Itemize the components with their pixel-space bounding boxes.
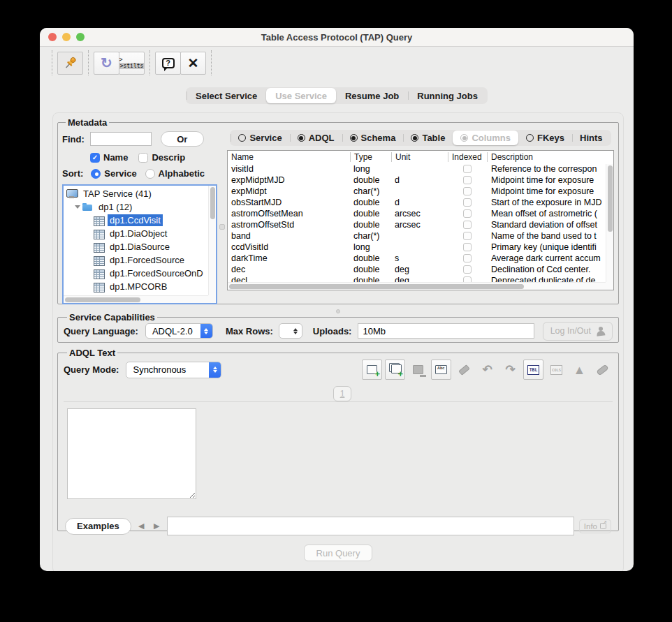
indexed-checkbox[interactable] [463, 243, 472, 251]
table-row[interactable]: obsStartMJD double d Start of the exposu… [228, 197, 613, 208]
table-row[interactable]: darkTime double s Average dark current a… [228, 253, 613, 264]
indexed-checkbox[interactable] [463, 254, 472, 262]
login-button[interactable]: Log In/Out [543, 322, 613, 341]
main-tab[interactable]: Resume Job [336, 88, 408, 103]
next-example-button[interactable]: ▶ [152, 520, 162, 533]
examples-button[interactable]: Examples [65, 518, 131, 535]
metadata-splitter[interactable] [217, 128, 227, 299]
scrollbar-thumb[interactable] [210, 187, 215, 219]
table-row[interactable]: dec double deg Declination of Ccd center… [228, 264, 613, 275]
max-rows-spinner[interactable] [279, 323, 302, 339]
run-query-button[interactable]: Run Query [304, 545, 373, 561]
table-row[interactable]: visitId long Reference to the correspon [228, 163, 613, 175]
view-tab[interactable]: Table [403, 131, 453, 145]
tree-item[interactable]: TAP Service (41) [64, 187, 216, 200]
query-sheet-tab[interactable]: 1 [333, 386, 351, 401]
tree-item[interactable]: dp1.ForcedSourceOnD [64, 267, 216, 280]
minimize-window-button[interactable] [62, 33, 71, 41]
scrollbar-thumb[interactable] [65, 297, 140, 302]
table-row[interactable]: expMidptMJD double d Midpoint time for e… [228, 175, 613, 186]
view-tab[interactable]: Hints [572, 131, 611, 145]
tree-item[interactable]: dp1.DiaObject [64, 227, 216, 240]
chevron-down-icon[interactable] [73, 205, 82, 209]
scrollbar-thumb[interactable] [229, 284, 524, 289]
tree-item[interactable]: dp1 (12) [64, 200, 216, 214]
adql-tool-button[interactable] [592, 360, 613, 380]
filter-checkbox[interactable]: Name [90, 152, 128, 163]
reload-metadata-button[interactable]: ↻ [94, 52, 119, 75]
adql-tool-button[interactable]: TBL [523, 360, 543, 380]
or-button[interactable]: Or [161, 131, 204, 147]
splitter-knob[interactable] [336, 309, 340, 313]
filter-checkbox[interactable]: Descrip [138, 152, 185, 163]
indexed-checkbox[interactable] [463, 165, 472, 173]
column-header[interactable]: Indexed [448, 152, 487, 162]
adql-tool-button[interactable]: ↷ [500, 360, 520, 380]
table-row[interactable]: expMidpt char(*) Midpoint time for expos… [228, 186, 613, 197]
sort-radio[interactable]: Alphabetic [145, 168, 205, 179]
adql-tool-button[interactable]: + [385, 360, 405, 380]
columns-table[interactable]: Name Type Unit Indexed Description visit… [227, 150, 614, 290]
main-tab[interactable]: Running Jobs [408, 88, 487, 103]
column-header[interactable]: Name [228, 152, 350, 162]
query-language-select[interactable]: ADQL-2.0 [145, 323, 213, 339]
checkbox-icon[interactable] [138, 153, 148, 163]
adql-tool-button[interactable] [454, 360, 474, 380]
adql-tool-button[interactable]: + [362, 360, 382, 380]
radio-icon[interactable] [91, 169, 101, 179]
view-tab[interactable]: Schema [342, 131, 404, 145]
column-header[interactable]: Type [350, 152, 391, 162]
query-mode-select[interactable]: Synchronous [126, 362, 221, 378]
example-field[interactable] [167, 517, 574, 535]
table-row[interactable]: astromOffsetMean double arcsec Mean offs… [228, 208, 613, 219]
table-row[interactable]: astromOffsetStd double arcsec Standard d… [228, 219, 613, 230]
adql-editor[interactable] [67, 408, 196, 499]
tree-item[interactable]: dp1.ForcedSource [64, 253, 216, 267]
adql-tool-button[interactable]: Abc [431, 360, 451, 380]
scrollbar-thumb[interactable] [608, 165, 613, 232]
table-row[interactable]: band char(*) Name of the band used to t [228, 230, 613, 242]
pin-window-button[interactable] [57, 52, 83, 75]
indexed-checkbox[interactable] [463, 198, 472, 207]
adql-tool-button[interactable]: COLS [546, 360, 567, 380]
indexed-checkbox[interactable] [463, 221, 472, 229]
tree-item[interactable]: dp1.CcdVisit [64, 214, 216, 227]
close-dialog-button[interactable]: ✕ [180, 52, 206, 75]
tree-item[interactable]: dp1.MPCORB [64, 280, 216, 293]
view-tab[interactable]: ADQL [290, 131, 342, 145]
indexed-checkbox[interactable] [463, 265, 472, 274]
splitter-knob[interactable] [219, 224, 225, 230]
main-tab[interactable]: Select Service [187, 88, 266, 103]
table-horizontal-scrollbar[interactable] [228, 282, 606, 290]
column-header[interactable]: Unit [391, 152, 448, 162]
view-tab[interactable]: Columns [453, 131, 518, 145]
main-tab[interactable]: Use Service [266, 88, 336, 103]
column-header[interactable]: Description [487, 152, 613, 162]
radio-icon[interactable] [145, 169, 155, 179]
sort-radio[interactable]: Service [91, 168, 136, 179]
table-vertical-scrollbar[interactable] [606, 164, 613, 282]
info-button[interactable]: Info [579, 519, 611, 533]
view-tab[interactable]: FKeys [518, 131, 572, 145]
indexed-checkbox[interactable] [463, 232, 472, 240]
adql-tool-button[interactable]: ▲ [569, 360, 590, 380]
indexed-checkbox[interactable] [463, 209, 472, 218]
tree-vertical-scrollbar[interactable] [208, 186, 216, 295]
adql-tool-button[interactable] [408, 360, 428, 380]
title-bar[interactable]: Table Access Protocol (TAP) Query [40, 28, 634, 47]
find-input[interactable] [90, 132, 152, 146]
indexed-checkbox[interactable] [463, 187, 472, 195]
stilts-command-button[interactable]: > >stilts [119, 52, 145, 75]
checkbox-icon[interactable] [90, 153, 100, 163]
help-button[interactable]: ? [155, 52, 181, 75]
table-row[interactable]: ccdVisitId long Primary key (unique iden… [228, 242, 613, 253]
tree-item[interactable]: dp1.DiaSource [64, 240, 216, 253]
tree-horizontal-scrollbar[interactable] [64, 295, 208, 303]
previous-example-button[interactable]: ◀ [136, 520, 147, 533]
adql-tool-button[interactable]: ↶ [477, 360, 497, 380]
uploads-field[interactable] [358, 323, 534, 339]
schema-tree[interactable]: TAP Service (41) dp1 (12) [62, 184, 217, 304]
indexed-checkbox[interactable] [463, 176, 472, 184]
view-tab[interactable]: Service [231, 131, 289, 145]
close-window-button[interactable] [48, 33, 57, 41]
